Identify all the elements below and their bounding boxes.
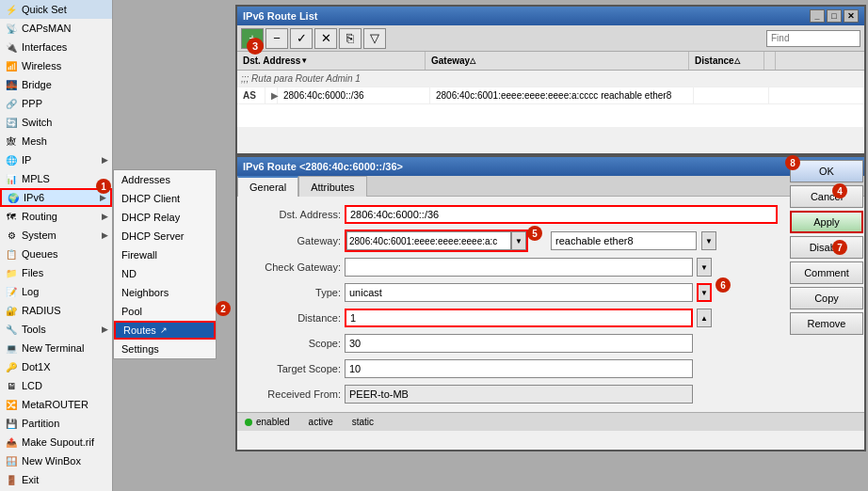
sidebar-item-routing[interactable]: 🗺 Routing ▶ — [0, 207, 112, 226]
type-input[interactable] — [345, 283, 693, 302]
cancel-button[interactable]: Cancel — [790, 185, 863, 208]
badge-2: 2 — [216, 301, 231, 316]
restore-button[interactable]: □ — [827, 9, 842, 23]
table-body: ;;; Ruta para Router Admin 1 AS ▶ 2806:4… — [237, 71, 864, 127]
submenu-neighbors[interactable]: Neighbors — [114, 283, 216, 302]
table-row-comment[interactable]: ;;; Ruta para Router Admin 1 — [237, 71, 864, 87]
submenu-dhcp-server[interactable]: DHCP Server — [114, 227, 216, 246]
scope-input[interactable] — [345, 334, 693, 353]
sidebar-item-partition[interactable]: 💾 Partition — [0, 414, 112, 433]
distance-up-button[interactable]: ▲ — [697, 309, 712, 327]
apply-button[interactable]: Apply — [790, 211, 863, 233]
remove-button[interactable]: Remove — [790, 312, 863, 335]
gateway-input[interactable] — [346, 231, 511, 250]
comment-text: ;;; Ruta para Router Admin 1 — [241, 73, 361, 84]
col-dst-address-label: Dst. Address — [243, 55, 300, 66]
search-input[interactable] — [766, 30, 860, 47]
minimize-button[interactable]: _ — [810, 9, 825, 23]
form-row-received-from: Received From: — [247, 384, 855, 404]
window-controls: _ □ ✕ — [810, 9, 859, 23]
submenu-settings[interactable]: Settings — [114, 340, 216, 358]
sidebar-item-capsman[interactable]: 📡 CAPsMAN — [0, 19, 112, 38]
type-dropdown-button[interactable]: ▼ — [697, 283, 712, 302]
copy-toolbar-button[interactable]: ⎘ — [339, 28, 362, 49]
form-status-bar: enabled active static — [237, 412, 864, 431]
sidebar-item-quick-set[interactable]: ⚡ Quick Set — [0, 0, 112, 19]
capsman-icon: 📡 — [4, 21, 19, 36]
ok-button[interactable]: OK — [790, 160, 863, 182]
form-row-type: Type: ▼ 6 — [247, 282, 855, 303]
submenu-dhcp-relay[interactable]: DHCP Relay — [114, 208, 216, 227]
check-button[interactable]: ✓ — [290, 28, 313, 49]
submenu-routes[interactable]: Routes ↗ — [114, 321, 216, 340]
sidebar-item-queues[interactable]: 📋 Queues — [0, 245, 112, 263]
distance-input[interactable] — [345, 309, 693, 327]
tab-attributes[interactable]: Attributes — [298, 176, 366, 197]
dst-address-input[interactable] — [345, 205, 778, 224]
sidebar-item-exit[interactable]: 🚪 Exit — [0, 470, 112, 489]
route-form-window: IPv6 Route <2806:40c:6000::/36> _ ⤢ ✕ Ge… — [235, 155, 866, 451]
sidebar-label-mesh: Mesh — [22, 135, 47, 147]
route-list-titlebar: IPv6 Route List _ □ ✕ — [237, 7, 864, 25]
sidebar-label-ipv6: IPv6 — [24, 192, 44, 203]
sidebar-item-tools[interactable]: 🔧 Tools ▶ — [0, 320, 112, 339]
submenu-label-dhcp-client: DHCP Client — [121, 193, 180, 204]
submenu-firewall[interactable]: Firewall — [114, 246, 216, 264]
sidebar-item-bridge[interactable]: 🌉 Bridge — [0, 75, 112, 94]
gateway-type-input[interactable] — [551, 231, 697, 250]
sidebar-label-log: Log — [22, 286, 39, 297]
sidebar-label-queues: Queues — [22, 248, 58, 260]
sidebar-item-ppp[interactable]: 🔗 PPP — [0, 94, 112, 113]
sidebar-item-files[interactable]: 📁 Files — [0, 263, 112, 282]
status-static: static — [352, 417, 374, 427]
queues-icon: 📋 — [4, 246, 19, 261]
tools-icon: 🔧 — [4, 322, 19, 337]
sidebar-label-ip: IP — [22, 154, 31, 166]
remove-label: Remove — [808, 318, 846, 329]
sidebar-item-system[interactable]: ⚙ System ▶ — [0, 226, 112, 245]
sidebar-item-new-winbox[interactable]: 🪟 New WinBox — [0, 451, 112, 470]
ipv6-arrow-icon: ▶ — [100, 193, 106, 202]
route-form-title: IPv6 Route <2806:40c:6000::/36> — [243, 161, 403, 172]
check-gateway-label: Check Gateway: — [247, 261, 341, 273]
disable-button[interactable]: Disable — [790, 236, 863, 259]
sidebar-item-ip[interactable]: 🌐 IP ▶ — [0, 150, 112, 169]
main-area: 3 IPv6 Route List _ □ ✕ + − ✓ ✕ ⎘ ▽ Dst.… — [113, 0, 868, 491]
received-from-input[interactable] — [345, 385, 693, 404]
close-button[interactable]: ✕ — [844, 9, 859, 23]
submenu-pool[interactable]: Pool — [114, 302, 216, 321]
form-row-distance: Distance: ▲ — [247, 308, 855, 328]
submenu-nd[interactable]: ND — [114, 264, 216, 283]
badge-1: 1 — [96, 179, 111, 194]
tabs-bar: General Attributes — [237, 176, 864, 197]
cancel-toolbar-button[interactable]: ✕ — [314, 28, 337, 49]
submenu-addresses[interactable]: Addresses — [114, 170, 216, 189]
copy-button[interactable]: Copy — [790, 287, 863, 309]
target-scope-input[interactable] — [345, 359, 693, 378]
sidebar-item-wireless[interactable]: 📶 Wireless — [0, 56, 112, 75]
sidebar-item-radius[interactable]: 🔐 RADIUS — [0, 301, 112, 320]
sidebar-item-log[interactable]: 📝 Log — [0, 282, 112, 301]
gateway-type-dropdown-button[interactable]: ▼ — [701, 231, 716, 250]
sidebar-item-switch[interactable]: 🔄 Switch — [0, 113, 112, 132]
gateway-dropdown-button[interactable]: ▼ — [511, 231, 526, 250]
table-row-route[interactable]: AS ▶ 2806:40c:6000::/36 2806:40c:6001:ee… — [237, 87, 864, 104]
sidebar-item-make-supout[interactable]: 📤 Make Supout.rif — [0, 433, 112, 451]
comment-button[interactable]: Comment — [790, 261, 863, 284]
sidebar-item-ipv6[interactable]: 🌍 IPv6 ▶ 1 — [0, 188, 112, 207]
dst-address-label: Dst. Address: — [247, 209, 341, 220]
remove-route-button[interactable]: − — [265, 28, 288, 49]
route-form-titlebar: IPv6 Route <2806:40c:6000::/36> _ ⤢ ✕ — [237, 157, 864, 176]
check-gateway-dropdown-button[interactable]: ▼ — [697, 258, 712, 277]
sidebar-item-interfaces[interactable]: 🔌 Interfaces — [0, 38, 112, 56]
filter-button[interactable]: ▽ — [363, 28, 386, 49]
sidebar-item-metarouter[interactable]: 🔀 MetaROUTER — [0, 395, 112, 414]
sidebar-item-new-terminal[interactable]: 💻 New Terminal — [0, 339, 112, 357]
tab-general[interactable]: General — [237, 176, 298, 197]
sidebar-label-routing: Routing — [22, 211, 57, 222]
sidebar-item-lcd[interactable]: 🖥 LCD — [0, 376, 112, 395]
sidebar-item-dot1x[interactable]: 🔑 Dot1X — [0, 357, 112, 376]
submenu-dhcp-client[interactable]: DHCP Client — [114, 189, 216, 208]
sidebar-item-mesh[interactable]: 🕸 Mesh — [0, 132, 112, 150]
check-gateway-input[interactable] — [345, 258, 693, 277]
